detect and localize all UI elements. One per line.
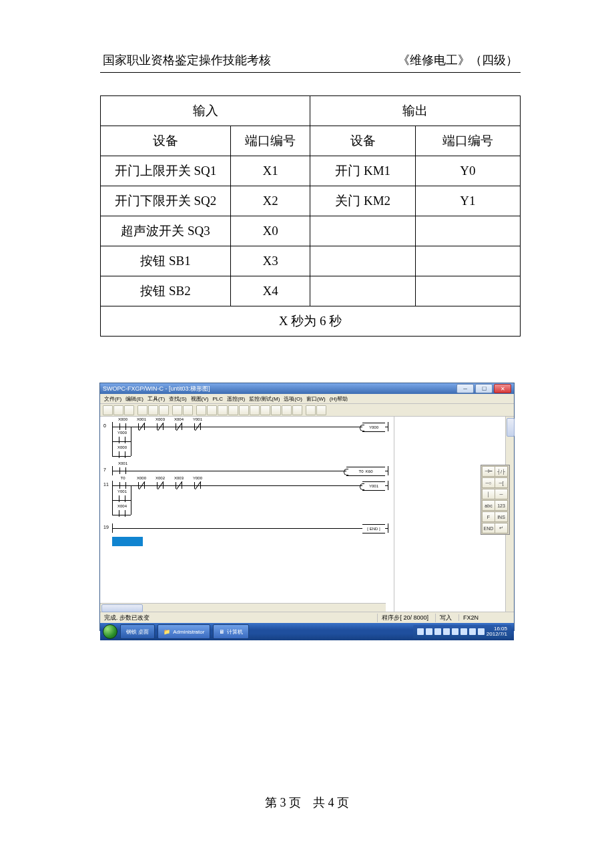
- tray-icon[interactable]: [443, 628, 450, 635]
- ladder-cursor[interactable]: [112, 537, 143, 546]
- toolbar-button[interactable]: [196, 405, 206, 415]
- toolbar-button[interactable]: [239, 405, 249, 415]
- toolbar-button[interactable]: [172, 405, 182, 415]
- contact-nc-icon[interactable]: X003: [154, 423, 166, 430]
- toolbar-button[interactable]: [113, 405, 123, 415]
- contact-nc-icon[interactable]: X004: [173, 423, 185, 430]
- branch-line: [131, 485, 131, 515]
- tool-text-icon[interactable]: abc: [482, 500, 495, 511]
- contact-no-icon[interactable]: X000: [117, 423, 129, 430]
- contact-no-icon[interactable]: X004: [116, 510, 128, 517]
- tray-icon[interactable]: [452, 628, 458, 635]
- ladder-rung: 19 [ END ]: [112, 523, 388, 533]
- branch-line: [131, 427, 131, 456]
- coil-icon[interactable]: Y001: [362, 481, 385, 491]
- tool-coil-icon[interactable]: ─○: [482, 477, 495, 488]
- toolbar-button[interactable]: [260, 405, 270, 415]
- contact-nc-icon[interactable]: Y000: [192, 482, 204, 489]
- menu-item[interactable]: 编辑(E): [125, 395, 143, 403]
- tray-icon[interactable]: [469, 628, 476, 635]
- end-instruction[interactable]: [ END ]: [362, 524, 385, 533]
- maximize-button[interactable]: ☐: [475, 384, 493, 393]
- io-table: 输入 输出 设备 端口编号 设备 端口编号 开门上限开关 SQ1 X1 开门 K…: [100, 95, 521, 337]
- cell: 开门上限开关 SQ1: [101, 156, 231, 186]
- toolbar-button[interactable]: [159, 405, 169, 415]
- contact-no-icon[interactable]: X000: [116, 451, 128, 458]
- toolbar-button[interactable]: [316, 405, 326, 415]
- toolbar-button[interactable]: [137, 405, 147, 415]
- toolbar-button[interactable]: [306, 405, 316, 415]
- titlebar[interactable]: SWOPC-FXGP/WIN-C - [untit03:梯形图] ─ ☐ ✕: [100, 383, 514, 394]
- menu-item[interactable]: (H)帮助: [330, 395, 348, 403]
- contact-no-icon[interactable]: Y001: [116, 495, 128, 502]
- contact-no-icon[interactable]: T0: [117, 482, 129, 489]
- cell: 关门 KM2: [310, 186, 415, 216]
- toolbar-button[interactable]: [148, 405, 158, 415]
- timer-coil-icon[interactable]: T0 K60: [346, 467, 385, 476]
- contact-no-icon[interactable]: X001: [117, 467, 129, 474]
- toolbar-button[interactable]: [103, 405, 113, 415]
- close-button[interactable]: ✕: [494, 384, 511, 393]
- start-button[interactable]: [103, 624, 117, 639]
- tool-vline-icon[interactable]: │: [482, 489, 495, 499]
- table-row: 开门下限开关 SQ2 X2 关门 KM2 Y1: [101, 186, 521, 216]
- system-tray[interactable]: 16:05 2012/7/1: [413, 625, 511, 638]
- taskbar-item[interactable]: 钢铁 桌面: [120, 624, 155, 639]
- tray-icon[interactable]: [426, 628, 432, 635]
- tool-return-icon[interactable]: ↵: [495, 523, 508, 533]
- ladder-editor[interactable]: 0 X000 X001 X003 X004 Y001 Y000 Y000 X00…: [100, 417, 394, 612]
- contact-nc-icon[interactable]: X003: [173, 482, 185, 489]
- menu-item[interactable]: 选项(O): [284, 395, 302, 403]
- menu-item[interactable]: 窗口(W): [306, 395, 326, 403]
- table-row: 超声波开关 SQ3 X0: [101, 216, 521, 246]
- toolbar-button[interactable]: [183, 405, 193, 415]
- floating-toolbox[interactable]: ⊣⊢ ┤/├ ─○ ─[ │ ─ abc 123 F INS END ↵: [481, 465, 510, 535]
- coil-icon[interactable]: Y000: [362, 423, 385, 432]
- cell: X2: [230, 186, 310, 216]
- scrollbar-horizontal[interactable]: [100, 603, 386, 612]
- menu-item[interactable]: 监控/测试(M): [249, 395, 280, 403]
- tool-contact-nc-icon[interactable]: ┤/├: [495, 466, 508, 477]
- folder-icon: 📁: [164, 629, 170, 635]
- toolbar-button[interactable]: [218, 405, 228, 415]
- tool-num-icon[interactable]: 123: [495, 500, 508, 511]
- tool-contact-no-icon[interactable]: ⊣⊢: [482, 466, 495, 477]
- contact-no-icon[interactable]: Y000: [116, 437, 128, 443]
- plc-app-window: SWOPC-FXGP/WIN-C - [untit03:梯形图] ─ ☐ ✕ 文…: [100, 383, 514, 630]
- toolbar-button[interactable]: [207, 405, 217, 415]
- tool-ins-icon[interactable]: INS: [495, 511, 508, 522]
- menu-item[interactable]: 工具(T): [147, 395, 165, 403]
- cell: 按钮 SB2: [101, 276, 231, 306]
- tray-icon[interactable]: [434, 628, 441, 635]
- contact-nc-icon[interactable]: X002: [154, 482, 166, 489]
- tool-hline-icon[interactable]: ─: [495, 489, 508, 499]
- toolbar-button[interactable]: [124, 405, 134, 415]
- taskbar-item[interactable]: 🖥 计算机: [213, 624, 249, 639]
- taskbar-clock[interactable]: 16:05 2012/7/1: [487, 626, 507, 637]
- taskbar-item[interactable]: 📁 Administrator: [158, 624, 210, 639]
- tool-f-icon[interactable]: F: [482, 511, 495, 522]
- toolbar-button[interactable]: [292, 405, 302, 415]
- menu-item[interactable]: 视图(V): [191, 395, 209, 403]
- toolbar-button[interactable]: [282, 405, 292, 415]
- contact-nc-icon[interactable]: Y001: [192, 423, 204, 430]
- tray-icon[interactable]: [460, 628, 467, 635]
- toolbar-button[interactable]: [271, 405, 281, 415]
- cell: 开门 KM1: [310, 156, 415, 186]
- cell: [310, 276, 415, 306]
- menu-item[interactable]: 文件(F): [104, 395, 121, 403]
- contact-nc-icon[interactable]: X001: [135, 423, 147, 430]
- tool-end-icon[interactable]: END: [482, 523, 495, 533]
- menu-item[interactable]: 查找(S): [169, 395, 187, 403]
- col-port-out: 端口编号: [415, 126, 520, 156]
- content-area: 0 X000 X001 X003 X004 Y001 Y000 Y000 X00…: [100, 417, 514, 612]
- toolbar-button[interactable]: [228, 405, 238, 415]
- tool-bracket-icon[interactable]: ─[: [495, 477, 508, 488]
- contact-nc-icon[interactable]: X000: [135, 482, 147, 489]
- minimize-button[interactable]: ─: [456, 384, 474, 393]
- tray-icon[interactable]: [417, 628, 424, 635]
- menu-item[interactable]: PLC: [212, 396, 223, 402]
- toolbar-button[interactable]: [250, 405, 260, 415]
- tray-icon[interactable]: [478, 628, 485, 635]
- menu-item[interactable]: 遥控(R): [227, 395, 245, 403]
